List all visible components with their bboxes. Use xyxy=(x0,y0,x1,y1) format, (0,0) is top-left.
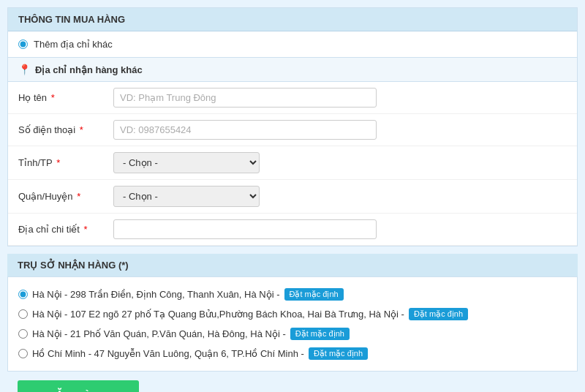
order-button[interactable]: ĐẶT HÀNG xyxy=(18,380,139,392)
warehouse-list: Hà Nội - 298 Trần Điền, Định Công, Thanh… xyxy=(7,276,578,372)
district-row: Quận/Huyện * - Chọn - xyxy=(8,180,577,214)
badge-default-1[interactable]: Đặt mặc định xyxy=(284,288,344,301)
add-address-radio[interactable] xyxy=(18,39,28,49)
phone-input[interactable] xyxy=(113,120,377,140)
full-name-label: Họ tên * xyxy=(18,92,113,103)
warehouse-title: TRỤ SỞ NHẬN HÀNG (*) xyxy=(7,254,578,276)
location-icon: 📍 xyxy=(18,64,31,75)
warehouse-label-3[interactable]: Hà Nội - 21 Phố Văn Quán, P.Văn Quán, Hà… xyxy=(32,328,286,339)
list-item: Hà Nội - 21 Phố Văn Quán, P.Văn Quán, Hà… xyxy=(18,324,567,344)
province-select[interactable]: - Chọn - xyxy=(113,152,260,173)
warehouse-label-1[interactable]: Hà Nội - 298 Trần Điền, Định Công, Thanh… xyxy=(32,289,280,300)
warehouse-radio-4[interactable] xyxy=(18,349,28,358)
list-item: Hà Nội - 107 E2 ngõ 27 phố Tạ Quang Bửu,… xyxy=(18,304,567,324)
page-title: THÔNG TIN MUA HÀNG xyxy=(8,8,577,31)
delivery-address-header: 📍 Địa chỉ nhận hàng khác xyxy=(8,57,577,82)
add-address-row: Thêm địa chỉ khác xyxy=(8,31,577,57)
list-item: Hà Nội - 298 Trần Điền, Định Công, Thanh… xyxy=(18,284,567,304)
district-select[interactable]: - Chọn - xyxy=(113,186,260,207)
warehouse-radio-2[interactable] xyxy=(18,309,28,319)
phone-row: Số điện thoại * xyxy=(8,114,577,146)
address-detail-row: Địa chỉ chi tiết * xyxy=(8,214,577,246)
province-row: Tỉnh/TP * - Chọn - xyxy=(8,146,577,180)
district-label: Quận/Huyện * xyxy=(18,191,113,202)
badge-default-2[interactable]: Đặt mặc định xyxy=(409,308,468,320)
list-item: Hồ Chí Minh - 47 Nguyễn Văn Luông, Quận … xyxy=(18,344,567,363)
province-label: Tỉnh/TP * xyxy=(18,157,113,168)
add-address-label[interactable]: Thêm địa chỉ khác xyxy=(34,39,113,50)
delivery-address-title: Địa chỉ nhận hàng khác xyxy=(35,64,143,75)
warehouse-label-2[interactable]: Hà Nội - 107 E2 ngõ 27 phố Tạ Quang Bửu,… xyxy=(32,309,404,320)
warehouse-section-wrapper: TRỤ SỞ NHẬN HÀNG (*) Hà Nội - 298 Trần Đ… xyxy=(7,254,578,372)
warehouse-radio-3[interactable] xyxy=(18,329,28,339)
phone-label: Số điện thoại * xyxy=(18,124,113,135)
badge-default-3[interactable]: Đặt mặc định xyxy=(290,328,350,340)
page-container: THÔNG TIN MUA HÀNG Thêm địa chỉ khác 📍 Đ… xyxy=(0,0,585,392)
main-card: THÔNG TIN MUA HÀNG Thêm địa chỉ khác 📍 Đ… xyxy=(7,7,578,246)
badge-default-4[interactable]: Đặt mặc định xyxy=(309,347,368,360)
address-detail-label: Địa chỉ chi tiết * xyxy=(18,224,113,235)
full-name-input[interactable] xyxy=(113,88,377,108)
warehouse-radio-1[interactable] xyxy=(18,290,28,299)
address-detail-input[interactable] xyxy=(113,219,377,239)
warehouse-label-4[interactable]: Hồ Chí Minh - 47 Nguyễn Văn Luông, Quận … xyxy=(32,348,304,359)
full-name-row: Họ tên * xyxy=(8,82,577,114)
